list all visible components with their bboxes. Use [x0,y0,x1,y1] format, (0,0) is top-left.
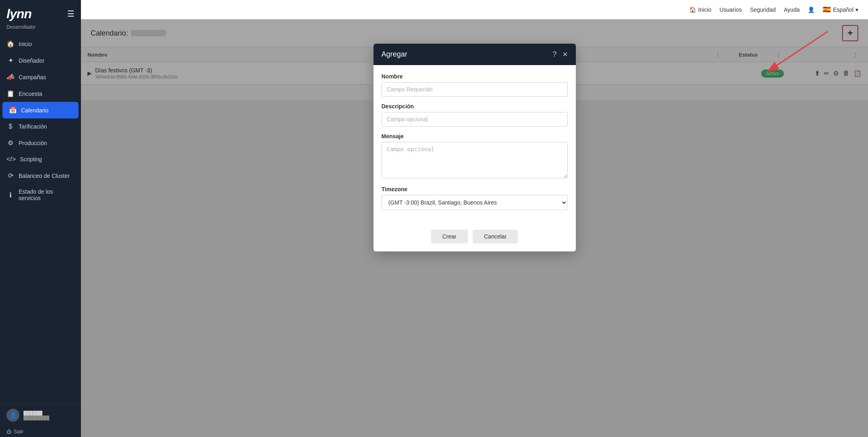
modal-header: Agregar ? ✕ [374,44,576,65]
sidebar-item-label: Calendario [21,107,49,114]
modal-overlay: Agregar ? ✕ Nombre Descripción [81,19,868,437]
sidebar-bottom: 👤 ██████ █████████ [0,403,81,426]
modal-help-icon[interactable]: ? [552,50,556,59]
sidebar-item-label: Balanceo de Cluster [19,173,70,179]
sidebar-item-scripting[interactable]: </> Scripting [0,151,81,167]
sidebar-item-estado[interactable]: ℹ Estado de los servicios [0,184,81,206]
descripcion-input[interactable] [382,112,568,127]
modal-body: Nombre Descripción Mensaje Timezone [374,65,576,225]
flag-icon: 🇪🇸 [823,6,831,13]
sidebar-role: Desarrollador [0,24,81,36]
topnav-usuarios[interactable]: Usuarios [719,6,742,13]
avatar: 👤 [6,409,19,422]
home-nav-icon: 🏠 [689,6,696,13]
sidebar-item-label: Scripting [20,156,42,163]
logout-icon: ⏻ [6,429,11,435]
sidebar-item-calendario[interactable]: 📅 Calendario [2,102,79,118]
language-label: Español [833,6,853,13]
sidebar-item-balanceo[interactable]: ⟳ Balanceo de Cluster [0,167,81,184]
status-icon: ℹ [6,191,15,199]
topnav-seguridad[interactable]: Seguridad [750,6,776,13]
topnav-inicio[interactable]: 🏠 Inicio [689,6,711,13]
sidebar-logo: lynn ☰ [0,0,81,24]
hamburger-icon[interactable]: ☰ [67,9,74,19]
cancelar-button[interactable]: Cancelar [473,230,518,243]
nombre-group: Nombre [382,73,568,97]
topnav-inicio-label: Inicio [698,6,711,13]
user-circle-icon: 👤 [808,6,815,13]
chevron-down-icon: ▾ [855,6,858,13]
designer-icon: ✦ [6,57,15,64]
main-area: 🏠 Inicio Usuarios Seguridad Ayuda 👤 🇪🇸 E… [81,0,868,437]
sidebar-logout[interactable]: ⏻ Salir [0,426,81,437]
sidebar-item-label: Producción [19,140,47,146]
mensaje-group: Mensaje [382,133,568,179]
modal: Agregar ? ✕ Nombre Descripción [374,44,576,251]
modal-header-icons: ? ✕ [552,50,567,59]
topnav-ayuda-label: Ayuda [784,6,800,13]
timezone-select[interactable]: (GMT -3:00) Brazil, Santiago, Buenos Air… [382,195,568,210]
cluster-icon: ⟳ [6,172,15,179]
home-icon: 🏠 [6,40,15,48]
topnav-language[interactable]: 🇪🇸 Español ▾ [823,6,858,13]
tarificacion-icon: $ [6,123,15,130]
sidebar-item-label: Estado de los servicios [19,188,74,201]
sidebar-item-label: Encuesta [19,91,42,97]
arrow-annotation [698,23,836,104]
calendar-icon: 📅 [9,106,17,114]
modal-close-icon[interactable]: ✕ [562,51,568,58]
sidebar-item-produccion[interactable]: ⚙ Producción [0,135,81,151]
nombre-input[interactable] [382,82,568,97]
topnav-seguridad-label: Seguridad [750,6,776,13]
topnav-user-icon[interactable]: 👤 [808,6,815,13]
sidebar-username: ██████ █████████ [23,411,49,420]
descripcion-label: Descripción [382,103,568,110]
modal-footer: Crear Cancelar [374,225,576,251]
modal-title: Agregar [382,50,407,59]
timezone-group: Timezone (GMT -3:00) Brazil, Santiago, B… [382,186,568,210]
scripting-icon: </> [6,156,16,163]
sidebar-item-encuesta[interactable]: 📋 Encuesta [0,85,81,102]
nombre-label: Nombre [382,73,568,80]
sidebar-nav: 🏠 Inicio ✦ Diseñador 📣 Campañas 📋 Encues… [0,36,81,403]
sidebar-item-tarificacion[interactable]: $ Tarificación [0,118,81,135]
topnav: 🏠 Inicio Usuarios Seguridad Ayuda 👤 🇪🇸 E… [81,0,868,19]
sidebar-item-label: Tarificación [19,123,47,130]
sidebar-item-inicio[interactable]: 🏠 Inicio [0,36,81,52]
timezone-label: Timezone [382,186,568,192]
topnav-ayuda[interactable]: Ayuda [784,6,800,13]
campaigns-icon: 📣 [6,73,15,81]
mensaje-input[interactable] [382,142,568,178]
sidebar-item-label: Inicio [19,41,32,47]
logout-label: Salir [14,429,23,435]
survey-icon: 📋 [6,90,15,97]
descripcion-group: Descripción [382,103,568,127]
sidebar-item-disenador[interactable]: ✦ Diseñador [0,52,81,69]
sidebar: lynn ☰ Desarrollador 🏠 Inicio ✦ Diseñado… [0,0,81,437]
sidebar-item-campanas[interactable]: 📣 Campañas [0,69,81,85]
content-area: Calendario: ███████ + Nombre ⋮ ⋮ Estatus… [81,19,868,437]
topnav-usuarios-label: Usuarios [719,6,742,13]
production-icon: ⚙ [6,139,15,147]
mensaje-label: Mensaje [382,133,568,139]
crear-button[interactable]: Crear [431,230,468,243]
logo-text: lynn [6,7,32,20]
sidebar-item-label: Campañas [19,74,46,80]
sidebar-item-label: Diseñador [19,57,45,64]
svg-line-1 [767,32,828,72]
